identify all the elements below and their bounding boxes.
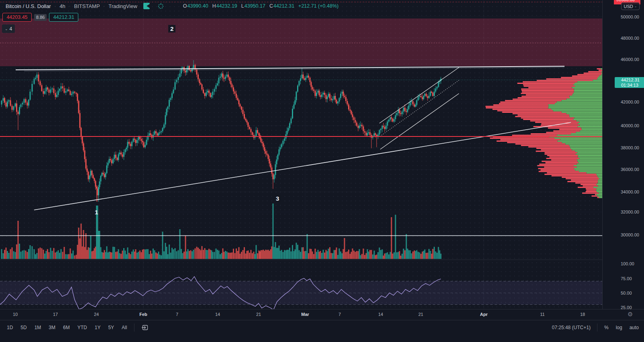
interval-label[interactable]: 4h xyxy=(59,3,65,9)
time-axis[interactable]: ⚙ 101724Feb71421Mar71421Apr1118 xyxy=(0,309,644,320)
price-axis[interactable]: 51000.00 USD ⌄ 44212.31 01:34:13 50000.0… xyxy=(602,0,644,309)
range-button-5y[interactable]: 5Y xyxy=(108,324,114,331)
price-tick-label: 40000.00 xyxy=(621,123,639,128)
range-button-3m[interactable]: 3M xyxy=(48,324,56,331)
range-button-all[interactable]: All xyxy=(121,324,127,331)
clock-label[interactable]: 07:25:48 (UTC+1) xyxy=(552,325,591,330)
log-scale-button[interactable]: log xyxy=(615,324,623,331)
time-tick-label: Apr xyxy=(480,312,488,317)
toolbar-separator xyxy=(597,324,597,332)
chart-legend-header: Bitcoin / U.S. Dollar · 4h · BITSTAMP · … xyxy=(6,2,338,10)
time-tick-label: 17 xyxy=(53,312,58,317)
time-tick-label: 21 xyxy=(418,312,423,317)
wave-count-label-2[interactable]: 2 xyxy=(168,25,175,33)
price-tick-label: 46000.00 xyxy=(621,57,639,62)
chevron-down-icon: ⌄ xyxy=(634,4,637,8)
range-button-5d[interactable]: 5D xyxy=(20,324,27,331)
bottom-toolbar: 1D5D1M3M6MYTD1Y5YAll 07:25:48 (UTC+1) % … xyxy=(0,320,644,342)
time-tick-label: Mar xyxy=(301,312,309,317)
auto-scale-button[interactable]: auto xyxy=(629,324,639,331)
spread-value: 8.86 xyxy=(34,14,47,21)
time-tick-label: 7 xyxy=(176,312,178,317)
exchange-label: BITSTAMP xyxy=(74,3,100,9)
price-tick-label: 75.00 xyxy=(621,276,632,281)
sell-button[interactable]: 44203.45 xyxy=(2,13,32,22)
last-price-value: 44212.31 xyxy=(621,77,644,83)
toolbar-right-group: 07:25:48 (UTC+1) % log auto xyxy=(552,324,639,332)
close-value: 44212.31 xyxy=(273,3,294,9)
change-value: +212.71 (+0.48%) xyxy=(298,3,338,9)
price-tick-label: 32000.00 xyxy=(621,210,639,214)
ohlc-readout: O43990.40 H44232.19 L43950.17 C44212.31 … xyxy=(183,3,338,9)
symbol-title[interactable]: Bitcoin / U.S. Dollar xyxy=(6,3,51,9)
wave-count-label-1[interactable]: 1 xyxy=(95,209,98,216)
range-button-6m[interactable]: 6M xyxy=(63,324,70,331)
chevron-down-icon: ⌄ xyxy=(5,27,8,31)
time-tick-label: 10 xyxy=(13,312,18,317)
price-tick-label: 30000.00 xyxy=(621,232,639,237)
chart-canvas[interactable] xyxy=(0,0,602,309)
chart-drawing xyxy=(0,0,602,309)
time-tick-label: 21 xyxy=(256,312,261,317)
wave-count-label-3[interactable]: 3 xyxy=(274,195,281,202)
separator-dot: · xyxy=(55,4,56,8)
countdown-timer: 01:34:13 xyxy=(621,83,644,88)
high-value: 44232.19 xyxy=(216,3,237,9)
price-tick-label: 38000.00 xyxy=(621,145,639,150)
time-tick-label: 24 xyxy=(94,312,99,317)
range-button-1m[interactable]: 1M xyxy=(34,324,42,331)
indicator-count: 4 xyxy=(10,26,12,32)
time-tick-label: 11 xyxy=(540,312,544,317)
time-tick-label: 14 xyxy=(215,312,220,317)
open-value: 43990.40 xyxy=(187,3,208,9)
separator-dot: · xyxy=(69,4,71,8)
price-tick-label: 42000.00 xyxy=(621,100,639,104)
status-dotted-circle-icon[interactable] xyxy=(158,4,163,9)
percent-scale-button[interactable]: % xyxy=(604,324,609,331)
toolbar-separator xyxy=(134,324,135,332)
separator-dot: · xyxy=(104,4,105,8)
time-tick-label: 14 xyxy=(378,312,383,317)
platform-label: TradingView xyxy=(108,3,137,9)
range-button-1y[interactable]: 1Y xyxy=(94,324,101,331)
buy-button[interactable]: 44212.31 xyxy=(49,13,78,22)
date-range-switcher: 1D5D1M3M6MYTD1Y5YAll xyxy=(6,324,149,332)
price-tick-label: 34000.00 xyxy=(621,189,639,194)
price-tick-label: 50000.00 xyxy=(621,14,639,19)
last-price-label: 44212.31 01:34:13 xyxy=(615,77,644,88)
price-tick-label: 50.00 xyxy=(621,291,632,295)
low-value: 43950.17 xyxy=(245,3,265,9)
tradingview-app: Bitcoin / U.S. Dollar · 4h · BITSTAMP · … xyxy=(0,0,644,342)
gear-icon[interactable]: ⚙ xyxy=(628,311,633,318)
time-tick-label: Feb xyxy=(139,312,147,317)
go-to-date-icon[interactable] xyxy=(141,324,149,332)
exchange-logo-icon[interactable] xyxy=(143,3,150,9)
time-tick-label: 7 xyxy=(338,312,341,317)
price-tick-label: 48000.00 xyxy=(621,36,639,41)
price-tick-label: 100.00 xyxy=(621,261,634,266)
price-tick-label: 36000.00 xyxy=(621,167,639,172)
time-tick-label: 18 xyxy=(580,312,585,317)
trade-buttons-row: 44203.45 8.86 44212.31 xyxy=(2,13,78,22)
range-button-ytd[interactable]: YTD xyxy=(77,324,88,331)
currency-toggle-button[interactable]: USD ⌄ xyxy=(621,2,640,10)
indicators-collapse-toggle[interactable]: ⌄ 4 xyxy=(2,24,15,33)
range-button-1d[interactable]: 1D xyxy=(6,324,13,331)
